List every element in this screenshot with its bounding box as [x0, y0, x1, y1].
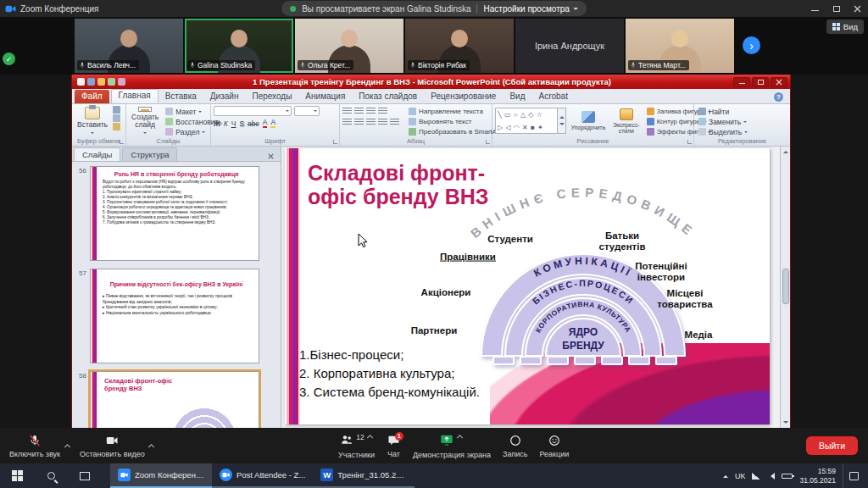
tab-insert[interactable]: Вставка — [159, 90, 203, 103]
copy-icon[interactable] — [113, 114, 120, 122]
taskbar-app-post-attendee[interactable]: Post Attendee - Z... — [212, 463, 313, 488]
undo-icon[interactable] — [97, 78, 105, 86]
convert-to-smartart-button[interactable]: Преобразовать в SmartArt — [407, 127, 503, 136]
align-left-icon[interactable] — [342, 119, 352, 126]
start-button[interactable] — [0, 463, 34, 488]
participants-button[interactable]: 12 Участники — [332, 430, 381, 462]
tab-home[interactable]: Главная — [111, 89, 159, 103]
tab-design[interactable]: Дизайн — [203, 90, 246, 103]
task-view-button[interactable] — [68, 463, 102, 488]
strikethrough-button[interactable]: abc — [248, 119, 259, 128]
video-tile-camera-off[interactable]: Ірина Андрощук — [515, 19, 624, 73]
ppt-minimize-button[interactable] — [733, 77, 750, 87]
numbering-icon[interactable] — [354, 108, 364, 115]
find-button[interactable]: Найти — [697, 107, 749, 116]
share-screen-button[interactable]: Демонстрация экрана — [407, 430, 497, 462]
align-text-button[interactable]: Выровнять текст — [407, 117, 503, 126]
video-tile[interactable]: Тетяна Март... — [626, 19, 734, 73]
font-name-combo[interactable] — [214, 106, 292, 116]
next-participants-button[interactable]: › — [743, 36, 760, 54]
language-indicator[interactable]: UK — [735, 472, 746, 480]
italic-button[interactable]: К — [224, 119, 228, 128]
search-button[interactable] — [34, 463, 68, 488]
scrollbar-thumb[interactable] — [782, 269, 789, 304]
slide-thumbnail-58-selected[interactable]: Складові фронт-офіс бренду ВНЗ — [90, 371, 259, 428]
scroll-up-icon[interactable] — [783, 148, 788, 153]
view-options-button[interactable]: Настройки просмотра — [484, 4, 578, 14]
battery-icon[interactable] — [782, 474, 793, 479]
ppt-restore-button[interactable] — [752, 77, 769, 87]
highlight-button[interactable]: А — [270, 119, 275, 128]
qat-customize-icon[interactable] — [118, 78, 125, 86]
dialog-launcher-icon[interactable] — [687, 140, 692, 144]
bold-button[interactable]: Ж — [214, 119, 220, 128]
format-painter-icon[interactable] — [113, 123, 120, 130]
cut-icon[interactable] — [113, 106, 120, 114]
shapes-gallery[interactable]: ╲ ▭ ○ △ ◇ ☆ ▷ ◁ ◠ ✕ ■ ✦ — [495, 108, 558, 134]
slide-scrollbar[interactable] — [780, 147, 790, 428]
tab-view[interactable]: Вид — [503, 90, 531, 103]
replace-button[interactable]: Заменить — [697, 117, 749, 126]
taskbar-app-zoom[interactable]: Zoom Конференция — [110, 463, 212, 488]
tab-transitions[interactable]: Переходы — [245, 90, 298, 103]
paste-button[interactable]: Вставить — [75, 106, 110, 136]
shapes-gallery-scrollbar[interactable] — [558, 108, 566, 134]
chevron-up-icon[interactable] — [366, 435, 374, 439]
font-size-combo[interactable] — [294, 106, 320, 116]
tab-file[interactable]: Файл — [75, 90, 109, 103]
maximize-button[interactable] — [826, 0, 847, 17]
indent-increase-icon[interactable] — [378, 108, 387, 115]
action-center-button[interactable] — [843, 463, 865, 488]
font-color-button[interactable]: А — [263, 119, 268, 128]
taskbar-app-word[interactable]: W Тренінг_31.05.202... — [313, 463, 415, 488]
select-button[interactable]: Выделить — [697, 127, 749, 136]
dialog-launcher-icon[interactable] — [486, 140, 490, 144]
help-icon[interactable]: ? — [774, 92, 783, 102]
ppt-close-button[interactable] — [771, 77, 787, 87]
panel-tab-slides[interactable]: Слайды — [74, 147, 120, 161]
record-button[interactable]: Запись — [497, 431, 534, 461]
tab-animations[interactable]: Анимация — [298, 90, 352, 103]
stop-video-button[interactable]: Остановить видео — [74, 431, 151, 461]
scroll-down-icon[interactable] — [783, 421, 788, 426]
bullets-icon[interactable] — [342, 108, 352, 115]
dialog-launcher-icon[interactable] — [120, 140, 124, 144]
minimize-button[interactable] — [804, 0, 826, 17]
quick-styles-button[interactable]: Экспресс-стили — [610, 106, 643, 136]
panel-close-button[interactable] — [263, 152, 279, 161]
align-center-icon[interactable] — [354, 119, 364, 126]
volume-icon[interactable] — [767, 473, 775, 480]
slideshow-icon[interactable] — [108, 78, 115, 86]
close-button[interactable] — [847, 0, 868, 17]
leave-meeting-button[interactable]: Выйти — [806, 436, 858, 455]
chevron-up-icon[interactable] — [456, 435, 464, 439]
taskbar-clock[interactable]: 15:59 31.05.2021 — [799, 467, 836, 484]
slide-thumbnail-56[interactable]: Роль HR в створенні бренду роботодавця В… — [90, 166, 259, 261]
hidden-icons-chevron[interactable] — [723, 473, 728, 478]
dialog-launcher-icon[interactable] — [333, 140, 337, 144]
chat-button[interactable]: 1 Чат — [381, 431, 407, 461]
video-tile[interactable]: Вікторія Рибак — [405, 19, 514, 73]
indent-decrease-icon[interactable] — [366, 108, 376, 115]
columns-icon[interactable] — [390, 119, 399, 126]
slide-canvas[interactable]: Складові фронт- офіс бренду ВНЗ ВНІШНЄ С… — [285, 148, 770, 424]
tab-slideshow[interactable]: Показ слайдов — [352, 90, 424, 103]
slide-thumbnail-57[interactable]: Причини відсутності бек-офісу ВНЗ в Укра… — [90, 269, 259, 363]
panel-tab-outline[interactable]: Структура — [122, 147, 177, 161]
text-direction-button[interactable]: Направление текста — [407, 107, 503, 116]
video-tile[interactable]: Василь Левч... — [75, 19, 183, 73]
unmute-button[interactable]: Включить звук — [3, 431, 66, 461]
video-tile-active-speaker[interactable]: Galina Studinska — [185, 19, 293, 73]
video-tile[interactable]: Ольга Крет... — [295, 19, 403, 73]
text-shadow-button[interactable]: S — [239, 119, 244, 128]
justify-icon[interactable] — [378, 119, 387, 126]
underline-button[interactable]: Ч — [231, 119, 236, 128]
network-icon[interactable] — [752, 473, 760, 480]
save-icon[interactable] — [87, 78, 95, 86]
tab-acrobat[interactable]: Acrobat — [531, 90, 574, 103]
reactions-button[interactable]: Реакции — [534, 431, 576, 461]
align-right-icon[interactable] — [366, 119, 376, 126]
tab-review[interactable]: Рецензирование — [424, 90, 503, 103]
arrange-button[interactable]: Упорядочить — [569, 106, 608, 136]
new-slide-button[interactable]: Создать слайд — [129, 106, 161, 136]
